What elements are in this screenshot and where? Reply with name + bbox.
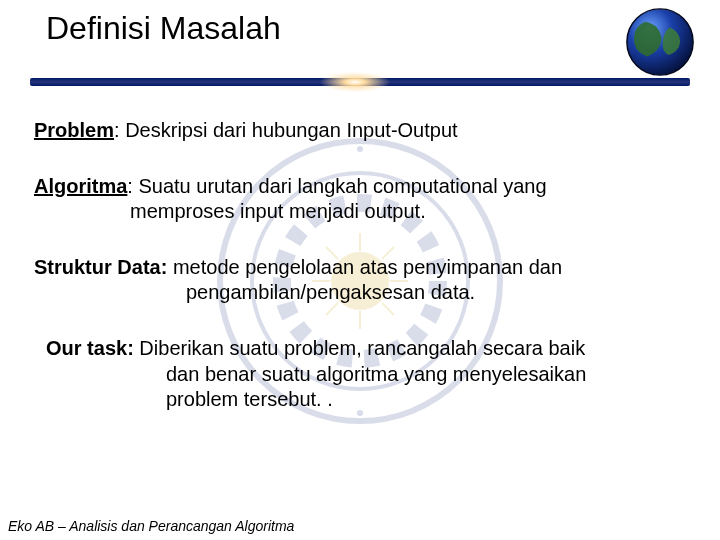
def-struktur-data: Struktur Data: metode pengelolaan atas p… (34, 255, 686, 306)
text-task-1: Diberikan suatu problem, rancangalah sec… (134, 337, 585, 359)
label-problem: Problem (34, 119, 114, 141)
content-area: Problem: Deskripsi dari hubungan Input-O… (34, 118, 686, 443)
label-algoritma: Algoritma (34, 175, 127, 197)
text-struktur-1: metode pengelolaan atas penyimpanan dan (167, 256, 562, 278)
globe-icon (624, 6, 696, 78)
def-algoritma: Algoritma: Suatu urutan dari langkah com… (34, 174, 686, 225)
label-task: Our task: (46, 337, 134, 359)
slide: Definisi Masalah Problem: Deskripsi dari… (0, 0, 720, 540)
text-problem: Deskripsi dari hubungan Input-Output (125, 119, 457, 141)
text-task-2: dan benar suatu algoritma yang menyelesa… (46, 362, 686, 388)
label-struktur: Struktur Data: (34, 256, 167, 278)
def-problem: Problem: Deskripsi dari hubungan Input-O… (34, 118, 686, 144)
footer-credit: Eko AB – Analisis dan Perancangan Algori… (8, 518, 294, 534)
title-divider (30, 74, 690, 92)
def-our-task: Our task: Diberikan suatu problem, ranca… (46, 336, 686, 413)
text-algoritma-2: memproses input menjadi output. (34, 199, 686, 225)
slide-title: Definisi Masalah (46, 10, 281, 47)
text-task-3: problem tersebut. . (46, 387, 686, 413)
text-struktur-2: pengambilan/pengaksesan data. (34, 280, 686, 306)
text-algoritma-1: Suatu urutan dari langkah computational … (138, 175, 546, 197)
